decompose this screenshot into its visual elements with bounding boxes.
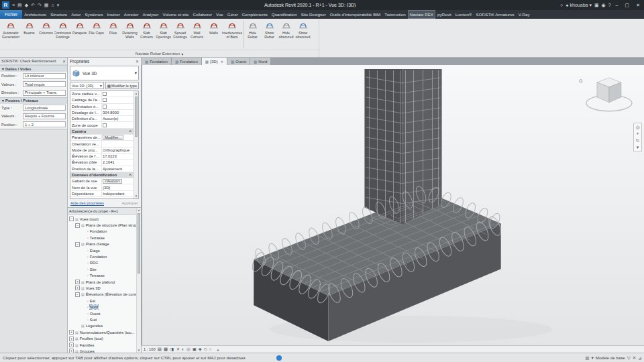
expand-icon[interactable]: +: [75, 286, 80, 290]
undo-icon[interactable]: ↶: [30, 3, 36, 8]
ribbon-tab-syst-mes[interactable]: Systèmes: [83, 10, 105, 19]
tool-pile-caps[interactable]: Pile Caps: [88, 19, 105, 50]
thin-lines-icon[interactable]: ▤: [158, 347, 162, 352]
ribbon-tab-pyrevit[interactable]: pyRevit: [435, 10, 453, 19]
tree-item-nord[interactable]: ▫Nord: [68, 304, 136, 310]
tool-walls[interactable]: Walls: [205, 19, 222, 50]
prop-param-tres-de[interactable]: Paramètres de...Modifier...: [70, 135, 133, 141]
tree-item-plans-d-tage[interactable]: −▤Plans d'étage: [68, 241, 136, 247]
tool-retaining-walls[interactable]: Retaining Walls: [121, 19, 138, 50]
view-tab-ouest-3[interactable]: ▦Ouest: [227, 58, 250, 65]
ribbon-tab-ins-rer[interactable]: Insérer: [105, 10, 122, 19]
tool-spread-footings[interactable]: Spread Footings: [172, 19, 189, 50]
sun-path-icon[interactable]: ☀: [176, 347, 180, 352]
prop-cadrage-de-l-a[interactable]: Cadrage de l'a...: [70, 97, 133, 103]
prop-value[interactable]: [101, 141, 133, 146]
prop-orientation-ve[interactable]: Orientation ve...: [70, 141, 133, 147]
expand-icon[interactable]: +: [69, 330, 74, 335]
prop-nom-de-la-vue[interactable]: Nom de la vue{3D}: [70, 184, 133, 190]
field-value[interactable]: 1 + 2: [23, 121, 66, 127]
tool-hide-rebar[interactable]: Hide Rebar: [244, 19, 261, 50]
steering-wheel-icon[interactable]: ◎: [635, 125, 639, 130]
ribbon-tab-fichier[interactable]: Fichier: [0, 10, 22, 19]
tree-item-site[interactable]: ▫Site: [68, 266, 136, 272]
properties-scrollbar[interactable]: ▲ ▼: [133, 91, 138, 198]
prop-l-vation-cible[interactable]: Élévation cible2.1641: [70, 160, 133, 166]
field-value[interactable]: Requis + Fournis: [23, 113, 66, 119]
properties-help-link[interactable]: Aide des propriétés: [70, 201, 104, 205]
tree-item-vues-3d[interactable]: +▤Vues 3D: [68, 285, 136, 291]
collapse-icon[interactable]: −: [75, 242, 80, 247]
close-button[interactable]: ✕: [634, 3, 642, 8]
isolate-icon[interactable]: ○: [209, 347, 212, 352]
search-icon[interactable]: ○: [560, 3, 563, 7]
ribbon-tab-annoter[interactable]: Annoter: [122, 10, 141, 19]
scroll-down-icon[interactable]: ▼: [134, 194, 138, 198]
prop-zone-de-coupe[interactable]: Zone de coupe: [70, 122, 133, 128]
notifications-icon[interactable]: ◉: [602, 3, 606, 8]
tree-item-fondation[interactable]: ▫Fondation: [68, 229, 136, 235]
print-icon[interactable]: ▦: [44, 3, 50, 8]
status-info-icon[interactable]: [276, 355, 282, 361]
tree-item-sud[interactable]: ▫Sud: [68, 316, 136, 322]
ribbon-tab-sofistik-armatures[interactable]: SOFiSTiK Armatures: [474, 10, 517, 19]
scroll-left-icon[interactable]: ◂: [217, 347, 219, 352]
tree-item-feuilles-tout[interactable]: +▤Feuilles (tout): [68, 335, 136, 341]
tree-item-rdc[interactable]: ▫RDC: [68, 260, 136, 266]
view-tab-fondation-0[interactable]: ▦Fondation: [142, 58, 172, 65]
tree-item-l-gendes[interactable]: ▤Légendes: [68, 323, 136, 329]
editable-only-icon[interactable]: ▾: [591, 355, 593, 361]
prop-value[interactable]: <Aucun>: [101, 178, 133, 184]
field-value[interactable]: Longitudinale: [23, 105, 66, 111]
collapse-icon[interactable]: −: [75, 223, 80, 228]
dropdown-icon[interactable]: ▾: [56, 3, 60, 8]
tree-item-l-vations-l-vation-de-const[interactable]: −▤Élévations (Élévation de const...: [68, 292, 136, 298]
filter-icon[interactable]: ▽: [627, 355, 631, 361]
tool-slab-corners[interactable]: Slab Corners: [138, 19, 155, 50]
maximize-button[interactable]: ▢: [623, 3, 632, 8]
field-value[interactable]: Lit inférieur: [23, 73, 66, 79]
redo-icon[interactable]: ↷: [37, 3, 42, 8]
browser-scrollbar[interactable]: ▲ ▼: [136, 208, 141, 353]
scroll-up-icon[interactable]: ▲: [134, 91, 138, 96]
prop-position-de-la[interactable]: Position de la...Ajustement: [70, 166, 133, 172]
tree-item-terrasse[interactable]: ▫Terrasse: [68, 273, 136, 279]
save-icon[interactable]: ◆: [24, 3, 29, 8]
tree-item-ouest[interactable]: ▫Ouest: [68, 310, 136, 316]
view-tab-fondation-1[interactable]: ▦Fondation: [172, 58, 202, 65]
prop-zone-cadr-e-v[interactable]: Zone cadrée v...: [70, 91, 133, 97]
prop-d-limitation[interactable]: Délimitation é...: [70, 104, 133, 110]
prop-value[interactable]: 2.1641: [101, 160, 133, 165]
revit-logo-icon[interactable]: R: [2, 1, 9, 9]
tool-show-obscured[interactable]: Show obscured: [294, 19, 311, 50]
properties-filter-combo[interactable]: Vue 3D: {3D} ▾: [70, 82, 104, 89]
ribbon-tab-collaborer[interactable]: Collaborer: [191, 10, 214, 19]
expand-icon[interactable]: +: [75, 280, 80, 284]
ribbon-tab-compl-ments[interactable]: Compléments: [240, 10, 270, 19]
prop-value-button[interactable]: Modifier...: [103, 135, 123, 140]
pan-icon[interactable]: +: [636, 131, 639, 137]
checkbox[interactable]: [103, 92, 107, 96]
type-selector[interactable]: Vue 3D ▾: [70, 66, 139, 80]
tree-item-est[interactable]: ▫Est: [68, 298, 136, 304]
field-value[interactable]: Total requis: [23, 81, 66, 87]
prop-d-finition-d-u[interactable]: Définition d'u...Aucun(e): [70, 116, 133, 122]
close-icon[interactable]: ✕: [221, 60, 223, 64]
ribbon-tab-volume-et-site[interactable]: Volume et site: [161, 10, 191, 19]
prop-value[interactable]: [101, 104, 133, 109]
edit-type-button[interactable]: ▦ Modifier le type: [105, 82, 139, 89]
lock-view-icon[interactable]: ◇: [204, 347, 207, 352]
prop-value-button[interactable]: <Aucun>: [103, 179, 122, 184]
expand-icon[interactable]: +: [69, 337, 74, 341]
section-dalles-voiles[interactable]: ▾Dalles / Voiles: [0, 65, 67, 72]
measure-icon[interactable]: ⌂: [50, 3, 54, 7]
tool-automatic-generation[interactable]: Automatic Generation: [1, 19, 21, 50]
nav-more-icon[interactable]: ▾: [637, 145, 639, 150]
view-tab-3d-2[interactable]: ▦{3D}✕: [202, 58, 227, 65]
tree-item-familles[interactable]: +▤Familles: [68, 342, 136, 348]
tree-item-groupes[interactable]: +▤Groupes: [68, 348, 136, 353]
ribbon-tab-acier[interactable]: Acier: [69, 10, 83, 19]
tool-wall-corners[interactable]: Wall Corners: [189, 19, 205, 50]
checkbox[interactable]: [103, 105, 107, 109]
render-icon[interactable]: ◎: [186, 347, 191, 352]
